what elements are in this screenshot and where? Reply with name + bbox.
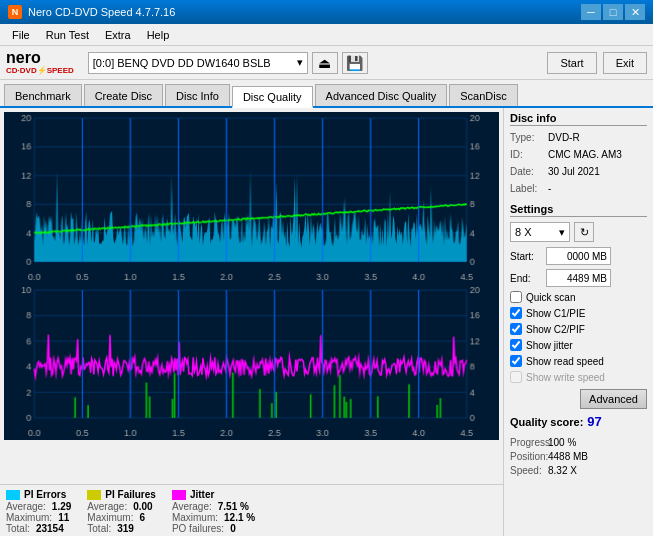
quick-scan-checkbox[interactable] (510, 291, 522, 303)
right-panel: Disc info Type: DVD-R ID: CMC MAG. AM3 D… (503, 108, 653, 536)
title-bar-text: Nero CD-DVD Speed 4.7.7.16 (28, 6, 175, 18)
menu-extra[interactable]: Extra (97, 27, 139, 43)
speed-row: Speed: 8.32 X (510, 464, 647, 478)
show-write-speed-row: Show write speed (510, 371, 647, 383)
top-chart (4, 112, 499, 284)
show-write-speed-checkbox (510, 371, 522, 383)
start-mb-field[interactable] (546, 247, 611, 265)
show-jitter-checkbox[interactable] (510, 339, 522, 351)
pi-errors-label: PI Errors (24, 489, 66, 500)
eject-button[interactable]: ⏏ (312, 52, 338, 74)
show-read-speed-row: Show read speed (510, 355, 647, 367)
pi-errors-block: PI Errors Average: 1.29 Maximum: 11 Tota… (6, 489, 71, 534)
bottom-chart (4, 284, 499, 441)
tab-disc-info[interactable]: Disc Info (165, 84, 230, 106)
nero-text: nero (6, 50, 74, 66)
disc-info-title: Disc info (510, 112, 647, 126)
title-bar: N Nero CD-DVD Speed 4.7.7.16 ─ □ ✕ (0, 0, 653, 24)
tab-create-disc[interactable]: Create Disc (84, 84, 163, 106)
show-c2pif-checkbox[interactable] (510, 323, 522, 335)
progress-row: Progress: 100 % (510, 436, 647, 450)
jitter-label: Jitter (190, 489, 214, 500)
advanced-button[interactable]: Advanced (580, 389, 647, 409)
charts-area (0, 108, 503, 484)
tab-scan-disc[interactable]: ScanDisc (449, 84, 517, 106)
drive-combo[interactable]: [0:0] BENQ DVD DD DW1640 BSLB ▾ (88, 52, 308, 74)
drive-select-area: [0:0] BENQ DVD DD DW1640 BSLB ▾ ⏏ 💾 (88, 52, 542, 74)
stats-area: PI Errors Average: 1.29 Maximum: 11 Tota… (0, 484, 503, 536)
menu-help[interactable]: Help (139, 27, 178, 43)
toolbar: nero CD·DVD⚡SPEED [0:0] BENQ DVD DD DW16… (0, 46, 653, 80)
pi-failures-block: PI Failures Average: 0.00 Maximum: 6 Tot… (87, 489, 156, 534)
tabs-bar: Benchmark Create Disc Disc Info Disc Qua… (0, 80, 653, 108)
disc-label-row: Label: - (510, 182, 647, 196)
position-row: Position: 4488 MB (510, 450, 647, 464)
disc-date-row: Date: 30 Jul 2021 (510, 165, 647, 179)
tab-advanced-disc-quality[interactable]: Advanced Disc Quality (315, 84, 448, 106)
pi-errors-legend-box (6, 490, 20, 500)
progress-area: Progress: 100 % Position: 4488 MB Speed:… (510, 436, 647, 478)
tab-disc-quality[interactable]: Disc Quality (232, 86, 313, 108)
settings-refresh-btn[interactable]: ↻ (574, 222, 594, 242)
main-content: PI Errors Average: 1.29 Maximum: 11 Tota… (0, 108, 653, 536)
speed-combo[interactable]: 8 X ▾ (510, 222, 570, 242)
start-button[interactable]: Start (547, 52, 596, 74)
show-c1pie-row: Show C1/PIE (510, 307, 647, 319)
disc-id-row: ID: CMC MAG. AM3 (510, 148, 647, 162)
pi-failures-label: PI Failures (105, 489, 156, 500)
app-icon: N (8, 5, 22, 19)
show-read-speed-checkbox[interactable] (510, 355, 522, 367)
save-button[interactable]: 💾 (342, 52, 368, 74)
show-c1pie-checkbox[interactable] (510, 307, 522, 319)
menu-bar: File Run Test Extra Help (0, 24, 653, 46)
show-c2pif-row: Show C2/PIF (510, 323, 647, 335)
charts-and-stats: PI Errors Average: 1.29 Maximum: 11 Tota… (0, 108, 503, 536)
close-button[interactable]: ✕ (625, 4, 645, 20)
minimize-button[interactable]: ─ (581, 4, 601, 20)
nero-logo: nero CD·DVD⚡SPEED (6, 50, 74, 75)
settings-title: Settings (510, 203, 647, 217)
tab-benchmark[interactable]: Benchmark (4, 84, 82, 106)
maximize-button[interactable]: □ (603, 4, 623, 20)
nero-sub: CD·DVD⚡SPEED (6, 66, 74, 75)
pi-failures-legend-box (87, 490, 101, 500)
end-mb-field[interactable] (546, 269, 611, 287)
quality-score-row: Quality score: 97 (510, 414, 647, 429)
speed-setting-row: 8 X ▾ ↻ (510, 222, 647, 242)
exit-button[interactable]: Exit (603, 52, 647, 74)
start-field-row: Start: (510, 247, 647, 265)
menu-file[interactable]: File (4, 27, 38, 43)
disc-type-row: Type: DVD-R (510, 131, 647, 145)
jitter-block: Jitter Average: 7.51 % Maximum: 12.1 % P… (172, 489, 255, 534)
quick-scan-row: Quick scan (510, 291, 647, 303)
end-field-row: End: (510, 269, 647, 287)
show-jitter-row: Show jitter (510, 339, 647, 351)
menu-run-test[interactable]: Run Test (38, 27, 97, 43)
jitter-legend-box (172, 490, 186, 500)
